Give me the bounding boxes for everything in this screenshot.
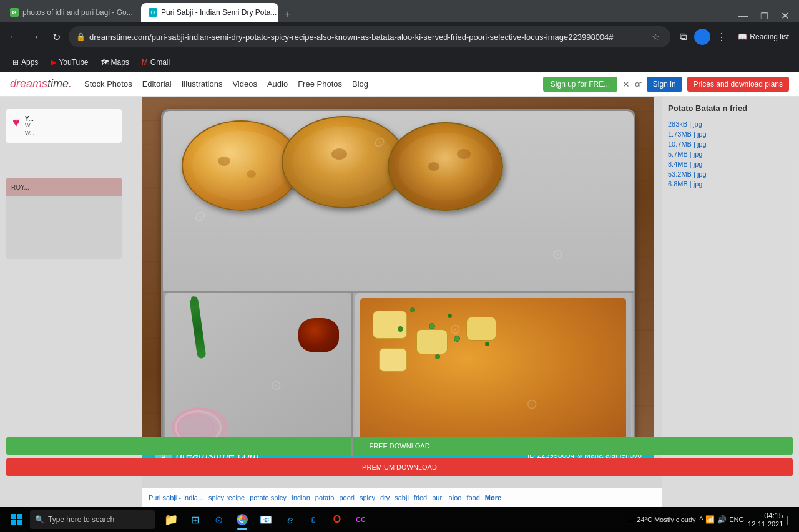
bookmark-youtube[interactable]: ▶ YouTube: [46, 56, 93, 69]
tag-5[interactable]: poori: [339, 494, 354, 501]
file-3[interactable]: 5.7MB | jpg: [668, 149, 793, 159]
taskbar-edge2[interactable]: ε: [302, 508, 325, 531]
nav-audio[interactable]: Audio: [267, 79, 288, 89]
file-6[interactable]: 6.8MB | jpg: [668, 179, 793, 189]
right-sidebar: Potato Batata n fried 283kB | jpg 1.73MB…: [662, 97, 799, 507]
tag-2[interactable]: potato spicy: [250, 494, 287, 501]
bookmark-maps[interactable]: 🗺 Maps: [96, 56, 134, 69]
opera-icon: O: [333, 514, 341, 525]
reload-button[interactable]: ↻: [47, 28, 65, 46]
maximize-button[interactable]: ❐: [760, 11, 768, 21]
taskbar-edge[interactable]: ⊙: [207, 508, 230, 531]
language-text[interactable]: ENG: [729, 516, 744, 523]
curry-base: [360, 298, 626, 449]
edge2-icon: ε: [311, 514, 315, 525]
tab1-favicon: G: [10, 8, 19, 17]
taskbar-opera[interactable]: O: [326, 508, 348, 531]
dreamstime-logo[interactable]: dreamstime.: [10, 77, 72, 90]
back-button[interactable]: ←: [5, 28, 22, 46]
forward-button[interactable]: →: [26, 28, 44, 46]
weather-widget[interactable]: 🌤 24°C Mostly cloudy: [625, 515, 695, 525]
tab-2[interactable]: D Puri Sabji - Indian Semi Dry Pota... ×: [141, 3, 278, 22]
signup-close-icon[interactable]: ✕: [622, 79, 630, 89]
settings-button[interactable]: ⋮: [713, 28, 730, 46]
speaker-icon[interactable]: 🔊: [717, 515, 727, 524]
star-icon[interactable]: ☆: [648, 29, 663, 44]
taskbar-icons: 📁 ⊞ ⊙ 📧 ℯ: [160, 508, 372, 531]
show-hidden-icon[interactable]: ^: [700, 515, 703, 524]
taskbar-chrome[interactable]: [231, 508, 253, 531]
bookmark-gmail[interactable]: M Gmail: [137, 56, 175, 69]
tag-10[interactable]: puri: [432, 494, 443, 501]
nav-free-photos[interactable]: Free Photos: [298, 79, 342, 89]
lock-icon: 🔒: [76, 32, 86, 41]
extensions-button[interactable]: ⧉: [674, 28, 692, 46]
nav-stock-photos[interactable]: Stock Photos: [84, 79, 132, 89]
taskbar-ie[interactable]: ℯ: [278, 508, 301, 531]
nav-illustrations[interactable]: Illustrations: [182, 79, 223, 89]
taskbar-outlook[interactable]: 📧: [255, 508, 277, 531]
heart-icon: ♥: [12, 115, 20, 130]
tag-4[interactable]: potato: [315, 494, 335, 501]
file-5[interactable]: 53.2MB | jpg: [668, 169, 793, 179]
tag-3[interactable]: Indian: [292, 494, 310, 501]
tabs-bar: G photos of idli and puri bagi - Go... ×…: [0, 0, 799, 22]
nav-editorial[interactable]: Editorial: [142, 79, 172, 89]
prices-button[interactable]: Prices and download plans: [687, 77, 789, 92]
reading-list-button[interactable]: 📖 Reading list: [733, 30, 794, 44]
search-icon: 🔍: [35, 515, 44, 524]
close-window-button[interactable]: ✕: [781, 10, 789, 22]
left-card-title: Y...: [25, 115, 35, 122]
weather-text: 24°C Mostly cloudy: [637, 516, 695, 523]
new-tab-button[interactable]: +: [280, 7, 295, 22]
windows-logo-icon: [11, 514, 22, 525]
food-image[interactable]: ⊙ ⊙ ⊙ ⊙ ⊙ ⊙ d dreamstime.com ID 22399: [142, 97, 654, 471]
tag-7[interactable]: dry: [380, 494, 390, 501]
tray-icons: ^ 📶 🔊 ENG: [700, 515, 744, 524]
search-bar[interactable]: 🔍 Type here to search: [30, 510, 155, 529]
tab1-close[interactable]: ×: [139, 8, 140, 17]
tag-11[interactable]: aloo: [449, 494, 462, 501]
file-1[interactable]: 1.73MB | jpg: [668, 129, 793, 139]
clock-area[interactable]: 04:15 12-11-2021: [748, 511, 783, 528]
minimize-button[interactable]: —: [738, 11, 748, 22]
tag-more[interactable]: More: [485, 494, 501, 501]
start-button[interactable]: [5, 508, 27, 531]
file-4[interactable]: 8.4MB | jpg: [668, 159, 793, 169]
left-card: ♥ Y... W... W...: [6, 109, 122, 143]
tab-1[interactable]: G photos of idli and puri bagi - Go... ×: [2, 3, 140, 22]
tag-6[interactable]: spicy: [360, 494, 375, 501]
tray-divider-v: [351, 291, 353, 457]
taskbar-task-view[interactable]: ⊞: [184, 508, 206, 531]
chrome-icon: [236, 513, 248, 526]
file-2[interactable]: 10.7MB | jpg: [668, 139, 793, 149]
task-view-icon: ⊞: [191, 514, 199, 526]
signup-button[interactable]: Sign up for FRE...: [543, 77, 617, 92]
puris-section: [163, 111, 634, 291]
right-panel-title: Potato Batata n fried: [668, 103, 793, 114]
taskbar-file-explorer[interactable]: 📁: [160, 508, 182, 531]
tag-0[interactable]: Puri sabji - India...: [149, 494, 203, 501]
svg-rect-1: [17, 514, 22, 519]
file-0[interactable]: 283kB | jpg: [668, 119, 793, 129]
tag-1[interactable]: spicy recipe: [208, 494, 245, 501]
free-download-button[interactable]: FREE DOWNLOAD: [662, 437, 793, 455]
nav-blog[interactable]: Blog: [352, 79, 368, 89]
address-input[interactable]: 🔒 dreamstime.com/puri-sabji-indian-semi-…: [69, 26, 670, 47]
potato-2: [416, 329, 448, 354]
clock-time: 04:15: [748, 511, 783, 520]
signin-button[interactable]: Sign in: [647, 77, 682, 92]
tag-9[interactable]: fried: [414, 494, 427, 501]
potato-4: [466, 317, 496, 341]
paid-download-button[interactable]: PREMIUM DOWNLOAD: [662, 458, 793, 476]
profile-button[interactable]: [694, 29, 710, 45]
tag-12[interactable]: food: [466, 494, 479, 501]
bookmark-apps[interactable]: ⊞ Apps: [7, 56, 43, 69]
network-icon[interactable]: 📶: [705, 515, 715, 524]
tag-8[interactable]: sabji: [395, 494, 409, 501]
gmail-icon: M: [142, 58, 148, 67]
nav-videos[interactable]: Videos: [232, 79, 257, 89]
nav-links: Stock Photos Editorial Illustrations Vid…: [84, 79, 368, 89]
show-desktop-button[interactable]: |: [787, 515, 789, 525]
taskbar-cc[interactable]: CC: [350, 508, 372, 531]
